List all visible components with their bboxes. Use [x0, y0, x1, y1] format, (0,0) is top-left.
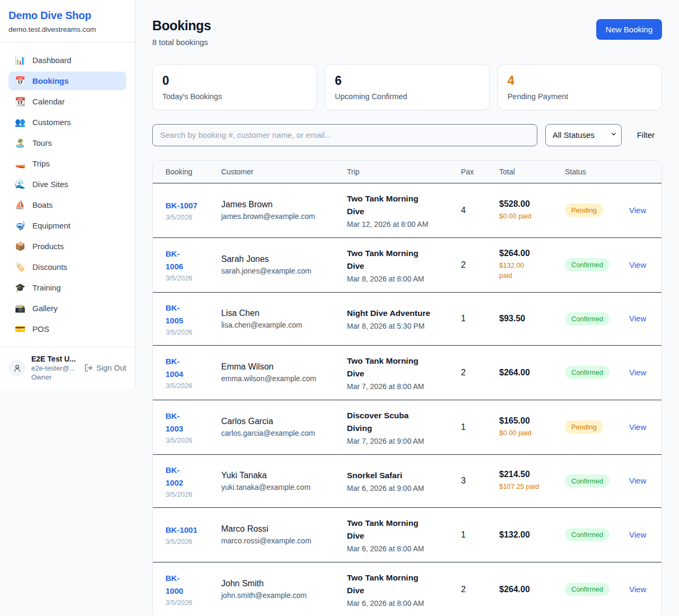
sidebar-item-bookings[interactable]: 📅 Bookings — [8, 72, 126, 90]
customer-email: emma.wilson@example.com — [221, 374, 330, 383]
sidebar-item-dive-sites[interactable]: 🌊 Dive Sites — [8, 175, 126, 193]
sign-out-button[interactable]: Sign Out — [84, 364, 126, 372]
sidebar-item-gallery[interactable]: 📸 Gallery — [8, 299, 126, 318]
trip-datetime: Mar 6, 2026 at 8:00 AM — [347, 599, 444, 608]
total-amount: $264.00 — [499, 585, 548, 594]
booking-id-link[interactable]: BK- 1003 — [166, 410, 204, 435]
page-title: Bookings — [152, 18, 211, 33]
app-root: Demo Dive Shop demo.test.divestreams.com… — [0, 0, 679, 616]
page-subtitle: 8 total bookings — [152, 38, 211, 47]
booking-id-link[interactable]: BK- 1004 — [166, 355, 204, 381]
search-input[interactable] — [152, 124, 537, 146]
sidebar-item-label: Products — [32, 242, 64, 251]
trip-name: Snorkel Safari — [347, 469, 444, 482]
user-role: Owner — [31, 373, 79, 381]
sidebar-item-label: Discounts — [32, 262, 67, 271]
stat-card: 4 Pending Payment — [498, 64, 662, 110]
booking-date: 3/5/2026 — [166, 538, 204, 545]
booking-id-link[interactable]: BK- 1005 — [166, 302, 204, 327]
sidebar-item-label: POS — [32, 324, 49, 333]
dive-sites-icon: 🌊 — [15, 180, 25, 189]
sidebar-item-training[interactable]: 🎓 Training — [8, 278, 126, 297]
total-amount: $93.50 — [499, 314, 548, 323]
sidebar-item-label: Boats — [32, 200, 53, 209]
view-link[interactable]: View — [629, 206, 646, 215]
stat-label: Today's Bookings — [162, 92, 307, 101]
sidebar-header: Demo Dive Shop demo.test.divestreams.com — [0, 0, 135, 42]
customer-name: Sarah Jones — [221, 254, 330, 264]
customer-email: john.smith@example.com — [221, 591, 330, 600]
column-header-booking: Booking — [153, 161, 213, 183]
sidebar-item-calendar[interactable]: 📆 Calendar — [8, 92, 126, 111]
sidebar-item-boats[interactable]: ⛵ Boats — [8, 196, 126, 214]
user-email: e2e-tester@... — [31, 364, 79, 372]
stat-card: 0 Today's Bookings — [152, 64, 317, 110]
sidebar: Demo Dive Shop demo.test.divestreams.com… — [0, 0, 135, 389]
new-booking-button[interactable]: New Booking — [596, 19, 662, 40]
training-icon: 🎓 — [15, 284, 25, 292]
customer-email: yuki.tanaka@example.com — [221, 483, 330, 491]
pax-count: 1 — [461, 423, 466, 432]
booking-id-link[interactable]: BK- 1000 — [166, 572, 204, 597]
total-amount: $528.00 — [499, 199, 548, 209]
view-link[interactable]: View — [629, 476, 646, 485]
sidebar-item-customers[interactable]: 👥 Customers — [8, 113, 126, 131]
pax-count: 3 — [461, 476, 466, 485]
booking-date: 3/5/2026 — [166, 213, 204, 221]
table-row: BK- 1004 3/5/2026 Emma Wilson emma.wilso… — [153, 345, 661, 400]
equipment-icon: 🤿 — [15, 222, 25, 230]
customer-email: sarah.jones@example.com — [221, 267, 330, 275]
table-header-row: BookingCustomerTripPaxTotalStatus — [153, 161, 661, 183]
view-link[interactable]: View — [629, 260, 646, 269]
booking-date: 3/5/2026 — [166, 328, 204, 336]
sidebar-item-equipment[interactable]: 🤿 Equipment — [8, 216, 126, 235]
view-link[interactable]: View — [629, 314, 646, 323]
trips-icon: 🚤 — [15, 160, 25, 168]
table-body: BK-1007 3/5/2026 James Brown james.brown… — [153, 183, 661, 616]
view-link[interactable]: View — [629, 368, 646, 377]
user-info: E2E Test U... e2e-tester@... Owner — [31, 355, 79, 381]
stat-card: 6 Upcoming Confirmed — [325, 64, 489, 110]
customer-email: carlos.garcia@example.com — [221, 429, 330, 437]
main-content: Bookings 8 total bookings New Booking 0 … — [135, 0, 679, 616]
sidebar-item-trips[interactable]: 🚤 Trips — [8, 154, 126, 173]
sign-out-label: Sign Out — [97, 364, 126, 372]
booking-id-link[interactable]: BK- 1006 — [166, 248, 204, 273]
stats-row: 0 Today's Bookings 6 Upcoming Confirmed … — [152, 64, 662, 110]
sidebar-item-tours[interactable]: 🏝️ Tours — [8, 134, 126, 152]
trip-name: Night Dive Adventure — [347, 307, 444, 320]
column-header-actions — [621, 161, 661, 183]
table-row: BK- 1002 3/5/2026 Yuki Tanaka yuki.tanak… — [153, 454, 661, 507]
discounts-icon: 🏷️ — [15, 263, 25, 271]
sidebar-item-label: Calendar — [32, 97, 65, 106]
booking-date: 3/5/2026 — [166, 274, 204, 282]
table-row: BK- 1003 3/5/2026 Carlos Garcia carlos.g… — [153, 400, 661, 454]
boats-icon: ⛵ — [15, 201, 25, 209]
stat-label: Pending Payment — [508, 92, 652, 101]
bookings-icon: 📅 — [15, 77, 25, 85]
booking-id-link[interactable]: BK-1007 — [166, 199, 204, 212]
status-select[interactable]: All Statuses — [545, 124, 622, 146]
booking-id-link[interactable]: BK- 1002 — [166, 464, 204, 489]
stat-value: 6 — [335, 74, 479, 89]
status-badge: Confirmed — [565, 474, 610, 488]
booking-id-link[interactable]: BK-1001 — [166, 524, 204, 536]
sidebar-item-pos[interactable]: 💳 POS — [8, 320, 126, 338]
view-link[interactable]: View — [629, 423, 646, 432]
total-amount: $132.00 — [499, 530, 548, 540]
products-icon: 📦 — [15, 242, 25, 251]
sidebar-item-discounts[interactable]: 🏷️ Discounts — [8, 258, 126, 276]
paid-amount: $0.00 paid — [499, 428, 548, 438]
column-header-trip: Trip — [338, 161, 452, 183]
sidebar-item-dashboard[interactable]: 📊 Dashboard — [8, 51, 126, 69]
status-badge: Pending — [565, 420, 603, 434]
view-link[interactable]: View — [629, 585, 646, 594]
sidebar-item-products[interactable]: 📦 Products — [8, 237, 126, 256]
table-row: BK-1007 3/5/2026 James Brown james.brown… — [153, 183, 661, 237]
page-header: Bookings 8 total bookings New Booking — [152, 18, 662, 47]
view-link[interactable]: View — [629, 530, 646, 539]
pax-count: 4 — [461, 206, 466, 215]
sidebar-item-label: Gallery — [32, 304, 58, 313]
filter-button[interactable]: Filter — [630, 130, 662, 139]
status-badge: Confirmed — [565, 366, 610, 379]
